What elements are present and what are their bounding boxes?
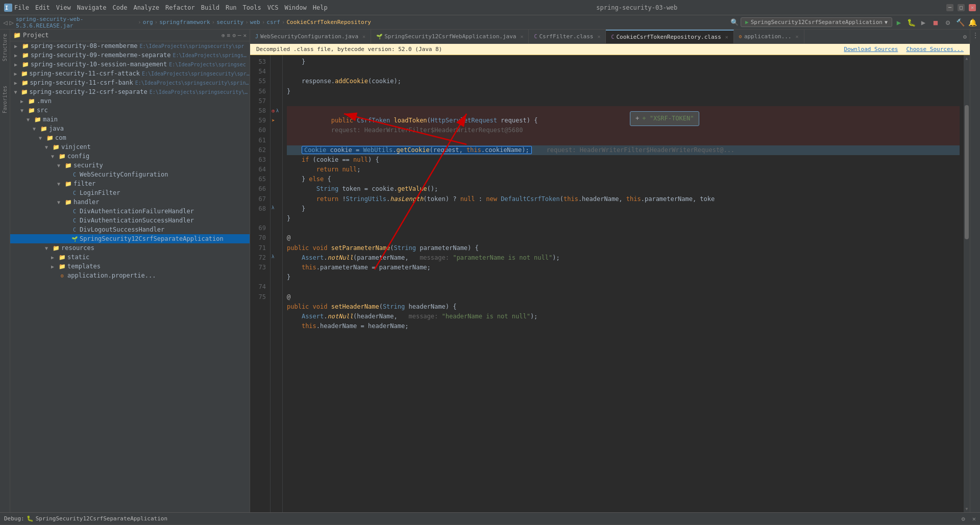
nav-back-icon[interactable]: ◁ (3, 18, 7, 27)
download-sources-link[interactable]: Download Sources (844, 46, 898, 53)
scroll-down-arrow[interactable]: ▼ (966, 507, 968, 511)
breadcrumb-security[interactable]: security (216, 19, 243, 26)
tab-close-cookiecsrf[interactable]: ✕ (725, 34, 728, 40)
tree-item-handler[interactable]: ▼ 📁 handler (10, 197, 250, 207)
app-icon: I (4, 4, 12, 12)
scroll-thumb[interactable] (965, 105, 969, 239)
structure-tab[interactable]: Structure (1, 32, 9, 63)
tree-item-ss09[interactable]: ▶ 📁 spring-security-09-rememberme-separa… (10, 51, 250, 60)
choose-sources-link[interactable]: Choose Sources... (906, 46, 964, 53)
tree-item-ss08[interactable]: ▶ 📁 spring-security-08-rememberme E:\Ide… (10, 41, 250, 51)
breadcrumb-org[interactable]: org (143, 19, 153, 26)
tree-item-java[interactable]: ▼ 📁 java (10, 124, 250, 133)
menu-navigate[interactable]: Navigate (77, 4, 107, 11)
tree-item-main-app[interactable]: 🌱 SpringSecurity12CsrfSeparateApplicatio… (10, 234, 250, 243)
code-editor[interactable]: 53 54 55 56 57 58 59 60 61 62 63 64 65 6… (250, 55, 970, 512)
tab-close-csrffilter[interactable]: ✕ (597, 34, 600, 39)
tree-item-src[interactable]: ▼ 📁 src (10, 106, 250, 115)
nav-forward-icon[interactable]: ▷ (9, 18, 13, 27)
menu-help[interactable]: Help (313, 4, 328, 11)
tree-item-divauth-success[interactable]: C DivAuthenticationSuccessHandler (10, 216, 250, 225)
menu-refactor[interactable]: Refactor (165, 4, 195, 11)
scroll-track[interactable] (965, 61, 969, 507)
tree-item-security[interactable]: ▼ 📁 security (10, 161, 250, 170)
tab-close-websecurity[interactable]: ✕ (362, 34, 365, 39)
tree-item-config[interactable]: ▼ 📁 config (10, 152, 250, 161)
tab-close-app[interactable]: ✕ (796, 34, 799, 39)
debug-button[interactable]: 🐛 (906, 18, 916, 27)
tree-item-filter[interactable]: ▼ 📁 filter (10, 179, 250, 188)
folder-icon: 📁 (46, 134, 54, 142)
search-everywhere-icon[interactable]: 🔍 (730, 18, 739, 26)
tree-item-divauth-failure[interactable]: C DivAuthenticationFailureHandler (10, 207, 250, 216)
settings-icon[interactable]: ⚙ (232, 32, 236, 39)
favorites-tab[interactable]: Favorites (1, 84, 9, 115)
tree-item-static[interactable]: ▶ 📁 static (10, 253, 250, 262)
breadcrumb-web[interactable]: web (250, 19, 260, 26)
menu-analyze[interactable]: Analyze (133, 4, 159, 11)
coverage-button[interactable]: ▶ (919, 18, 928, 27)
breadcrumb-springframework[interactable]: springframework (159, 19, 210, 26)
tree-item-loginfilter[interactable]: C LoginFilter (10, 188, 250, 197)
breadcrumb-csrf[interactable]: csrf (266, 19, 280, 26)
maximize-button[interactable]: □ (958, 4, 965, 11)
breadcrumb-class[interactable]: CookieCsrfTokenRepository (286, 19, 371, 26)
tree-item-templates[interactable]: ▶ 📁 templates (10, 262, 250, 271)
run-button[interactable]: ▶ (894, 18, 903, 27)
tab-settings-icon[interactable]: ⚙ (960, 33, 970, 40)
bookmark-icon[interactable]: ⋮ (972, 32, 978, 39)
menu-run[interactable]: Run (226, 4, 237, 11)
run-config-dropdown[interactable]: ▼ (885, 19, 888, 25)
tree-item-ss12[interactable]: ▼ 📁 spring-security-12-csrf-separate E:\… (10, 87, 250, 96)
settings-icon[interactable]: ⚙ (943, 18, 952, 27)
tree-item-com[interactable]: ▼ 📁 com (10, 133, 250, 142)
menu-build[interactable]: Build (201, 4, 219, 11)
menu-file[interactable]: File (14, 4, 29, 11)
menu-view[interactable]: View (56, 4, 71, 11)
tab-csrffilter[interactable]: C CsrfFilter.class ✕ (529, 30, 606, 44)
code-line-62: } else { (287, 174, 960, 184)
notifications-icon[interactable]: 🔔 (968, 18, 977, 27)
menu-window[interactable]: Window (284, 4, 306, 11)
close-sidebar-icon[interactable]: ✕ (243, 32, 247, 39)
svg-text:I: I (5, 5, 8, 11)
tree-item-resources[interactable]: ▼ 📁 resources (10, 243, 250, 253)
tab-springsecurity-webapp[interactable]: 🌱 SpringSecurity12CsrfWebApplication.jav… (371, 30, 529, 44)
collapse-all-icon[interactable]: ≡ (227, 32, 231, 39)
tree-item-main[interactable]: ▼ 📁 main (10, 115, 250, 124)
scroll-up-arrow[interactable]: ▲ (966, 56, 968, 61)
tree-item-websecurityconfig[interactable]: C WebSecurityConfiguration (10, 170, 250, 179)
minimize-button[interactable]: ─ (946, 4, 953, 11)
tree-item-vinjcent[interactable]: ▼ 📁 vinjcent (10, 142, 250, 152)
menu-vcs[interactable]: VCS (267, 4, 279, 11)
tab-websecurity[interactable]: J WebSecurityConfiguration.java ✕ (250, 30, 371, 44)
minimize-icon[interactable]: ─ (238, 32, 241, 39)
stop-button[interactable]: ■ (931, 18, 940, 27)
tab-cookiecsrf[interactable]: C CookieCsrfTokenRepository.class ✕ (606, 30, 733, 44)
tree-item-ss11-bank[interactable]: ▶ 📁 spring-security-11-csrf-bank E:\Idea… (10, 78, 250, 87)
tree-item-ss10[interactable]: ▶ 📁 spring-security-10-session-managemen… (10, 60, 250, 69)
tree-item-app-props[interactable]: ⚙ application.propertie... (10, 271, 250, 280)
breadcrumb-jar[interactable]: spring-security-web-5.3.6.RELEASE.jar (16, 16, 136, 29)
build-button[interactable]: 🔨 (955, 18, 965, 27)
tab-application[interactable]: ⚙ application... ✕ (734, 30, 804, 44)
debug-settings-icon[interactable]: ⚙ (962, 515, 965, 522)
menu-code[interactable]: Code (113, 4, 128, 11)
close-button[interactable]: ✕ (969, 4, 976, 11)
tree-item-mvn[interactable]: ▶ 📁 .mvn (10, 96, 250, 106)
code-line-70: this.parameterName = parameterName; (287, 263, 960, 272)
debug-close-btn[interactable]: ✕ (972, 515, 976, 522)
sync-icon[interactable]: ⊕ (222, 32, 225, 39)
scrollbar-vertical[interactable]: ▲ ▼ (964, 55, 970, 512)
tree-item-ss11-attack[interactable]: ▶ 📁 spring-security-11-csrf-attack E:\Id… (10, 69, 250, 78)
code-line-68-annotation: @ (287, 233, 960, 243)
breakpoint-58[interactable]: ⊕ λ (272, 106, 281, 116)
nav-bar: ◁ ▷ spring-security-web-5.3.6.RELEASE.ja… (0, 15, 980, 30)
menu-edit[interactable]: Edit (35, 4, 50, 11)
tab-close-webapp[interactable]: ✕ (520, 34, 523, 39)
code-content[interactable]: } response.addCookie(cookie); } pu (283, 55, 964, 512)
menu-tools[interactable]: Tools (243, 4, 261, 11)
item-label: com (55, 134, 66, 141)
tree-item-divlogout[interactable]: C DivLogoutSuccessHandler (10, 225, 250, 234)
run-config[interactable]: ▶ SpringSecurity12CsrfSeparateApplicatio… (741, 17, 892, 27)
